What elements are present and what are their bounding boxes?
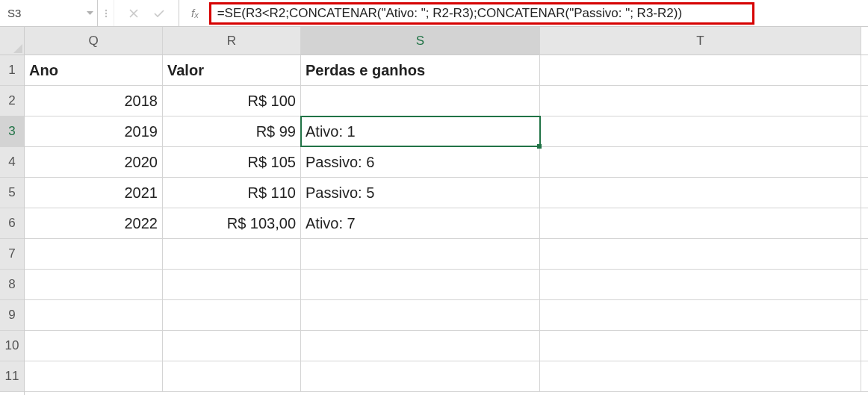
col-header-T[interactable]: T [540, 27, 861, 55]
row-headers: 1 2 3 4 5 6 7 8 9 10 11 [0, 27, 25, 395]
svg-point-1 [105, 12, 106, 13]
spreadsheet: 1 2 3 4 5 6 7 8 9 10 11 Q R S T Ano Valo… [0, 27, 868, 395]
cell-R6[interactable]: R$ 103,00 [163, 208, 301, 238]
table-row [25, 331, 868, 361]
row-header-6[interactable]: 6 [0, 208, 24, 239]
col-header-Q[interactable]: Q [25, 27, 163, 55]
cell-T5[interactable] [540, 178, 861, 208]
cell-Q7[interactable] [25, 239, 163, 269]
cell-S11[interactable] [301, 361, 540, 391]
cell-S5[interactable]: Passivo: 5 [301, 178, 540, 208]
cell-Q3[interactable]: 2019 [25, 116, 163, 146]
cell-S3[interactable]: Ativo: 1 [301, 116, 540, 146]
row-header-4[interactable]: 4 [0, 147, 24, 178]
name-box-dropdown-icon[interactable] [82, 4, 97, 23]
table-row: 2020 R$ 105 Passivo: 6 [25, 147, 868, 178]
row-header-2[interactable]: 2 [0, 86, 24, 116]
cell-R9[interactable] [163, 300, 301, 330]
cell-T10[interactable] [540, 331, 861, 361]
cell-T7[interactable] [540, 239, 861, 269]
enter-icon[interactable] [153, 7, 165, 19]
cell-T2[interactable] [540, 86, 861, 116]
cell-Q9[interactable] [25, 300, 163, 330]
cell-S1[interactable]: Perdas e ganhos [301, 55, 540, 85]
formula-input-wrap: =SE(R3<R2;CONCATENAR("Ativo: "; R2-R3);C… [206, 0, 868, 26]
name-box-container: S3 [0, 0, 98, 26]
cell-R10[interactable] [163, 331, 301, 361]
cell-Q4[interactable]: 2020 [25, 147, 163, 177]
cell-Q1[interactable]: Ano [25, 55, 163, 85]
row-header-8[interactable]: 8 [0, 270, 24, 300]
cell-T11[interactable] [540, 361, 861, 391]
cell-T9[interactable] [540, 300, 861, 330]
row-header-9[interactable]: 9 [0, 300, 24, 331]
grid: Q R S T Ano Valor Perdas e ganhos 2018 R… [25, 27, 868, 395]
cell-T6[interactable] [540, 208, 861, 238]
svg-point-0 [105, 9, 106, 10]
cell-T1[interactable] [540, 55, 861, 85]
cell-S6[interactable]: Ativo: 7 [301, 208, 540, 238]
svg-point-2 [105, 15, 106, 16]
column-headers: Q R S T [25, 27, 868, 55]
table-row [25, 361, 868, 392]
cell-R5[interactable]: R$ 110 [163, 178, 301, 208]
cell-S2[interactable] [301, 86, 540, 116]
formula-separator [98, 0, 114, 26]
cell-T3[interactable] [540, 116, 861, 146]
cell-Q5[interactable]: 2021 [25, 178, 163, 208]
cell-T8[interactable] [540, 270, 861, 299]
table-row [25, 300, 868, 331]
cell-S4[interactable]: Passivo: 6 [301, 147, 540, 177]
cell-T4[interactable] [540, 147, 861, 177]
col-header-S[interactable]: S [301, 27, 540, 55]
row-header-10[interactable]: 10 [0, 331, 24, 361]
grid-rows: Ano Valor Perdas e ganhos 2018 R$ 100 20… [25, 55, 868, 392]
cell-R3[interactable]: R$ 99 [163, 116, 301, 146]
cell-R4[interactable]: R$ 105 [163, 147, 301, 177]
formula-input[interactable]: =SE(R3<R2;CONCATENAR("Ativo: "; R2-R3);C… [209, 2, 754, 25]
select-all-corner[interactable] [0, 27, 24, 55]
cell-Q11[interactable] [25, 361, 163, 391]
name-box[interactable]: S3 [0, 4, 82, 23]
row-header-1[interactable]: 1 [0, 55, 24, 86]
cell-S10[interactable] [301, 331, 540, 361]
row-header-5[interactable]: 5 [0, 178, 24, 208]
table-row: 2018 R$ 100 [25, 86, 868, 116]
table-row [25, 270, 868, 300]
cell-S7[interactable] [301, 239, 540, 269]
cell-S8[interactable] [301, 270, 540, 299]
row-header-7[interactable]: 7 [0, 239, 24, 270]
table-row [25, 239, 868, 270]
fill-handle[interactable] [537, 144, 542, 149]
col-header-R[interactable]: R [163, 27, 301, 55]
table-row: 2019 R$ 99 Ativo: 1 [25, 116, 868, 147]
table-row: Ano Valor Perdas e ganhos [25, 55, 868, 86]
cancel-icon[interactable] [128, 7, 140, 19]
formula-actions [114, 0, 179, 26]
fx-icon[interactable]: fx [179, 0, 206, 26]
cell-Q10[interactable] [25, 331, 163, 361]
cell-S9[interactable] [301, 300, 540, 330]
table-row: 2022 R$ 103,00 Ativo: 7 [25, 208, 868, 239]
table-row: 2021 R$ 110 Passivo: 5 [25, 178, 868, 208]
cell-Q6[interactable]: 2022 [25, 208, 163, 238]
cell-Q8[interactable] [25, 270, 163, 299]
row-header-11[interactable]: 11 [0, 361, 24, 392]
row-header-3[interactable]: 3 [0, 116, 24, 147]
cell-R7[interactable] [163, 239, 301, 269]
cell-R2[interactable]: R$ 100 [163, 86, 301, 116]
cell-R11[interactable] [163, 361, 301, 391]
cell-R1[interactable]: Valor [163, 55, 301, 85]
formula-bar: S3 fx =SE(R3<R2;CONCATENAR("Ativo: "; R2… [0, 0, 868, 27]
cell-R8[interactable] [163, 270, 301, 299]
cell-Q2[interactable]: 2018 [25, 86, 163, 116]
